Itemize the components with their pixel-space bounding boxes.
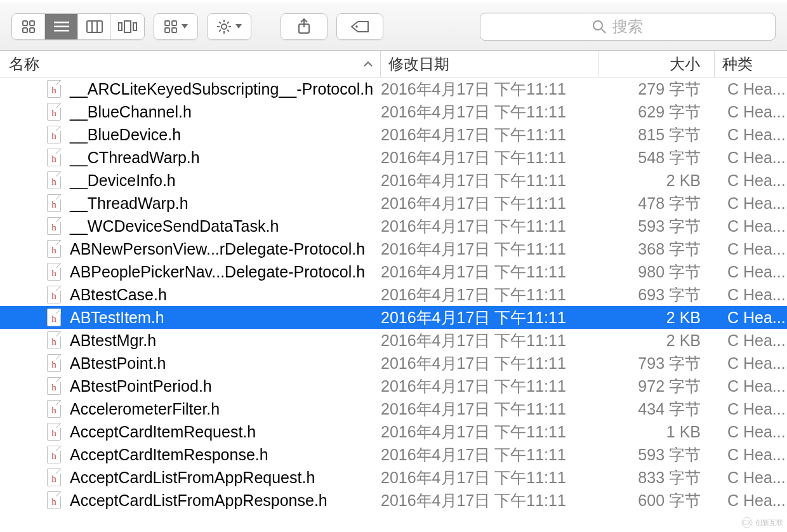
share-button[interactable] (281, 14, 327, 39)
header-file-icon: h (47, 171, 61, 189)
file-name-cell: hABTestItem.h (0, 309, 381, 327)
header-file-icon: h (47, 263, 61, 281)
file-list[interactable]: h__ARCLiteKeyedSubscripting__-Protocol.h… (0, 77, 787, 532)
file-size-cell: 1 KB (599, 423, 715, 441)
table-row[interactable]: hABtestCase.h2016年4月17日 下午11:11693 字节C H… (0, 283, 787, 306)
file-date-cell: 2016年4月17日 下午11:11 (381, 170, 599, 191)
file-name-cell: hABtestMgr.h (0, 331, 381, 350)
table-row[interactable]: hABTestItem.h2016年4月17日 下午11:112 KBC Hea… (0, 306, 787, 329)
file-name-label: __WCDeviceSendDataTask.h (70, 217, 279, 236)
file-size-cell: 972 字节 (599, 376, 715, 397)
tags-group (336, 13, 383, 40)
table-row[interactable]: h__DeviceInfo.h2016年4月17日 下午11:112 KBC H… (0, 169, 787, 192)
file-name-cell: hABtestPoint.h (0, 354, 381, 373)
tags-button[interactable] (337, 14, 383, 39)
svg-line-22 (219, 22, 221, 23)
view-column-button[interactable] (78, 14, 111, 39)
column-header-row: 名称 修改日期 大小 种类 (0, 51, 787, 77)
header-file-icon: h (47, 331, 61, 349)
chevron-down-icon (182, 24, 188, 29)
file-name-cell: h__WCDeviceSendDataTask.h (0, 217, 381, 236)
file-date-cell: 2016年4月17日 下午11:11 (381, 262, 599, 283)
file-kind-cell: C Hea... (715, 171, 787, 190)
header-file-icon: h (47, 400, 61, 418)
table-row[interactable]: h__ARCLiteKeyedSubscripting__-Protocol.h… (0, 77, 787, 100)
file-size-cell: 478 字节 (599, 193, 715, 214)
svg-rect-15 (165, 28, 169, 32)
file-date-cell: 2016年4月17日 下午11:11 (381, 102, 599, 123)
file-size-cell: 600 字节 (599, 490, 715, 511)
file-name-label: ABPeoplePickerNav...Delegate-Protocol.h (70, 263, 365, 281)
table-row[interactable]: h__BlueDevice.h2016年4月17日 下午11:11815 字节C… (0, 123, 787, 146)
table-row[interactable]: h__ThreadWarp.h2016年4月17日 下午11:11478 字节C… (0, 192, 787, 215)
file-name-label: __ThreadWarp.h (70, 194, 188, 213)
arrange-button[interactable] (154, 14, 197, 39)
file-kind-cell: C Hea... (715, 446, 787, 464)
header-file-icon: h (47, 423, 61, 441)
file-date-cell: 2016年4月17日 下午11:11 (381, 239, 599, 260)
svg-rect-12 (133, 23, 136, 30)
file-name-label: __CThreadWarp.h (70, 149, 200, 167)
svg-rect-2 (23, 28, 27, 32)
table-row[interactable]: hABPeoplePickerNav...Delegate-Protocol.h… (0, 260, 787, 283)
file-name-label: ABTestItem.h (70, 309, 164, 327)
table-row[interactable]: h__BlueChannel.h2016年4月17日 下午11:11629 字节… (0, 100, 787, 123)
table-row[interactable]: hABtestPointPeriod.h2016年4月17日 下午11:1197… (0, 375, 787, 397)
header-file-icon: h (47, 354, 61, 372)
file-date-cell: 2016年4月17日 下午11:11 (381, 353, 599, 374)
search-field[interactable] (480, 13, 776, 41)
coverflow-icon (118, 20, 137, 33)
table-row[interactable]: h__CThreadWarp.h2016年4月17日 下午11:11548 字节… (0, 146, 787, 169)
file-kind-cell: C Hea... (715, 149, 787, 167)
table-row[interactable]: hAcceptCardListFromAppRequest.h2016年4月17… (0, 466, 787, 489)
view-coverflow-button[interactable] (111, 14, 144, 39)
sort-indicator-icon (364, 59, 373, 69)
file-kind-cell: C Hea... (715, 126, 787, 144)
table-row[interactable]: hABtestPoint.h2016年4月17日 下午11:11793 字节C … (0, 352, 787, 375)
file-date-cell: 2016年4月17日 下午11:11 (381, 147, 599, 168)
search-input[interactable] (612, 18, 663, 36)
file-name-label: AcceptCardListFromAppResponse.h (70, 491, 327, 510)
file-name-cell: h__BlueDevice.h (0, 126, 381, 144)
action-group (207, 13, 251, 40)
file-kind-cell: C Hea... (715, 354, 787, 373)
table-row[interactable]: hAcceptCardListFromAppResponse.h2016年4月1… (0, 489, 787, 512)
table-row[interactable]: hAcceptCardItemRequest.h2016年4月17日 下午11:… (0, 420, 787, 443)
table-row[interactable]: hABtestMgr.h2016年4月17日 下午11:112 KBC Hea.… (0, 329, 787, 352)
file-name-cell: hAccelerometerFilter.h (0, 400, 381, 418)
table-row[interactable]: h__WCDeviceSendDataTask.h2016年4月17日 下午11… (0, 215, 787, 237)
arrange-icon (164, 20, 178, 34)
column-header-date-label: 修改日期 (388, 54, 449, 74)
file-size-cell: 279 字节 (599, 79, 715, 100)
column-header-kind[interactable]: 种类 (715, 51, 787, 77)
table-row[interactable]: hABNewPersonView...rDelegate-Protocol.h2… (0, 237, 787, 260)
file-size-cell: 434 字节 (599, 399, 715, 420)
file-kind-cell: C Hea... (715, 103, 787, 121)
file-kind-cell: C Hea... (715, 400, 787, 418)
file-date-cell: 2016年4月17日 下午11:11 (381, 216, 599, 237)
table-row[interactable]: hAccelerometerFilter.h2016年4月17日 下午11:11… (0, 397, 787, 420)
file-name-label: AcceptCardItemRequest.h (70, 423, 256, 441)
column-header-name[interactable]: 名称 (0, 51, 381, 77)
view-icon-button[interactable] (12, 14, 45, 39)
search-icon (592, 20, 606, 34)
header-file-icon: h (47, 491, 61, 509)
file-kind-cell: C Hea... (715, 263, 787, 281)
file-name-cell: hABPeoplePickerNav...Delegate-Protocol.h (0, 263, 381, 281)
file-size-cell: 2 KB (599, 171, 715, 190)
column-header-size[interactable]: 大小 (599, 51, 715, 77)
action-button[interactable] (208, 14, 251, 39)
share-icon (297, 18, 311, 35)
file-date-cell: 2016年4月17日 下午11:11 (381, 376, 599, 397)
table-row[interactable]: hAcceptCardItemResponse.h2016年4月17日 下午11… (0, 443, 787, 466)
svg-rect-3 (30, 28, 34, 32)
svg-point-17 (222, 24, 227, 29)
file-date-cell: 2016年4月17日 下午11:11 (381, 124, 599, 145)
file-kind-cell: C Hea... (715, 194, 787, 213)
file-kind-cell: C Hea... (715, 469, 787, 487)
header-file-icon: h (47, 469, 61, 486)
view-list-button[interactable] (45, 14, 78, 39)
column-header-date[interactable]: 修改日期 (381, 51, 599, 77)
file-name-label: __ARCLiteKeyedSubscripting__-Protocol.h (70, 80, 373, 98)
file-name-cell: hABtestPointPeriod.h (0, 377, 381, 396)
